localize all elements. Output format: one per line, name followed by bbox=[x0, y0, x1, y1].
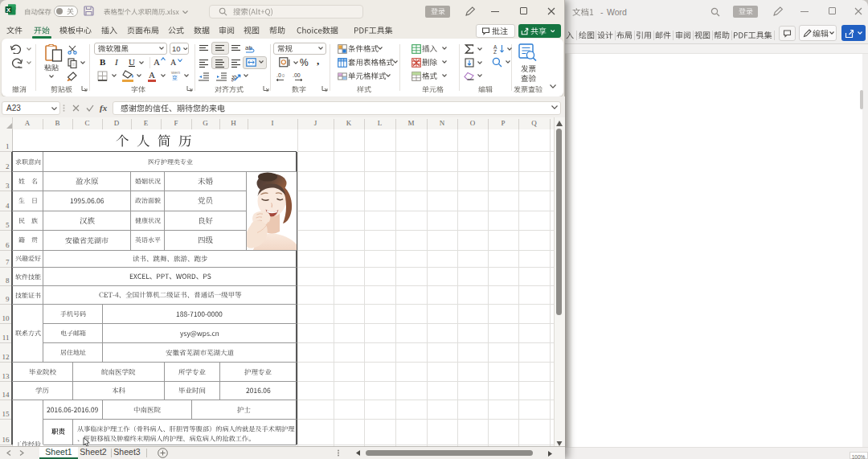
svg-text:Z: Z bbox=[493, 49, 497, 54]
svg-text:0: 0 bbox=[282, 73, 285, 78]
svg-text:ab: ab bbox=[245, 44, 252, 51]
svg-text:.0: .0 bbox=[276, 72, 281, 78]
svg-text:X: X bbox=[6, 6, 10, 14]
svg-text:.00: .00 bbox=[293, 72, 301, 78]
